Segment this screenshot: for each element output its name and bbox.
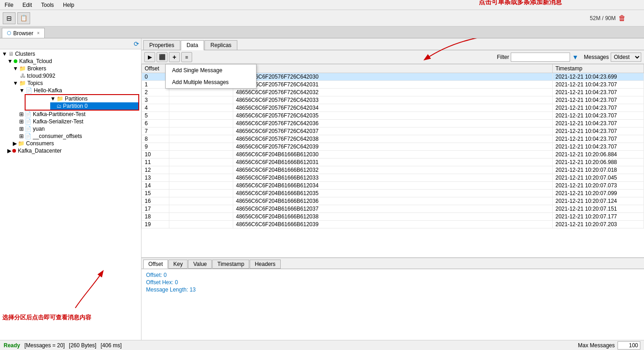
cell-value: 48656C6C6F204B61666B612034	[233, 182, 553, 190]
table-row[interactable]: 248656C6C6F20576F726C6420322021-12-21 10…	[142, 89, 644, 96]
tree-item-consumers[interactable]: ▶ 📁 Consumers	[0, 140, 141, 147]
cell-offset: 14	[142, 182, 169, 190]
dot-green-tcloud	[14, 59, 17, 63]
tree-item-partitions[interactable]: ▼ 📁 Partitions	[50, 95, 138, 102]
col-header-timestamp: Timestamp	[553, 64, 644, 73]
tree: ▼ 🖥 Clusters ▼ Kafka_Tcloud ▼ 📁 Brokers …	[0, 49, 141, 340]
tree-item-brokers[interactable]: ▼ 📁 Brokers	[0, 65, 141, 72]
dot-red-datacenter	[12, 149, 16, 153]
partition0-label: Partition 0	[63, 103, 88, 109]
table-view-button[interactable]: ≡	[181, 52, 192, 62]
kafka-serializer-icon: 📄	[25, 118, 31, 125]
detail-tab-timestamp[interactable]: Timestamp	[212, 260, 249, 269]
cell-timestamp: 2021-12-21 10:20:06.884	[553, 151, 644, 159]
tree-item-kafka-partitioner[interactable]: ⊞ 📄 Kafka-Partitioner-Test	[0, 111, 141, 118]
cell-offset: 9	[142, 143, 169, 151]
tab-data[interactable]: Data	[181, 40, 204, 50]
tab-properties[interactable]: Properties	[143, 40, 180, 50]
tab-replicas[interactable]: Replicas	[204, 40, 237, 50]
cell-offset: 12	[142, 166, 169, 174]
brokers-folder-icon: 📁	[19, 65, 26, 72]
tree-item-kafka-datacenter[interactable]: ▶ Kafka_Datacenter	[0, 147, 141, 154]
cell-value: 48656C6C6F20576F726C642035	[233, 112, 553, 120]
filter-arrow-icon[interactable]: ▼	[572, 53, 578, 61]
toolbar: ⊟ 📋 52M / 90M 🗑 点击可单条或多条添加新消息	[0, 10, 644, 27]
tree-item-partitions-wrapper: ▼ 📁 Partitions 🗂 Partition 0	[25, 94, 139, 111]
add-message-button[interactable]: +	[169, 52, 180, 62]
left-panel: ⟳ ▼ 🖥 Clusters ▼ Kafka_Tcloud ▼ 📁 Broker…	[0, 38, 141, 340]
add-single-message-item[interactable]: Add Single Message	[166, 64, 256, 76]
table-row[interactable]: 648656C6C6F20576F726C6420362021-12-21 10…	[142, 120, 644, 127]
add-multiple-messages-item[interactable]: Add Multiple Messages	[166, 76, 256, 88]
messages-label: Messages	[584, 54, 609, 60]
cell-offset: 19	[142, 221, 169, 228]
toolbar-btn-2[interactable]: 📋	[17, 12, 30, 24]
refresh-icon[interactable]: ⟳	[134, 40, 139, 48]
consumer-offsets-icon: 📄	[25, 133, 31, 139]
cell-value: 48656C6C6F204B61666B612032	[233, 166, 553, 174]
tree-item-consumer-offsets[interactable]: ⊞ 📄 __consumer_offsets	[0, 133, 141, 140]
detail-tab-headers[interactable]: Headers	[250, 260, 280, 269]
table-row[interactable]: 748656C6C6F20576F726C6420372021-12-21 10…	[142, 127, 644, 135]
cell-key	[169, 135, 233, 143]
table-row[interactable]: 1648656C6C6F204B61666B6120362021-12-21 1…	[142, 197, 644, 205]
tree-item-yuan[interactable]: ⊞ 📄 yuan	[0, 125, 141, 133]
cell-key	[169, 190, 233, 197]
tree-item-clusters[interactable]: ▼ 🖥 Clusters	[0, 50, 141, 58]
tree-item-partition0[interactable]: 🗂 Partition 0	[50, 102, 138, 110]
detail-tab-key[interactable]: Key	[168, 260, 188, 269]
detail-tab-value[interactable]: Value	[188, 260, 212, 269]
detail-tab-offset[interactable]: Offset	[143, 260, 168, 269]
detail-message-length: Message Length: 13	[146, 286, 639, 293]
topics-label: Topics	[27, 80, 43, 86]
table-row[interactable]: 848656C6C6F20576F726C6420382021-12-21 10…	[142, 135, 644, 143]
cell-value: 48656C6C6F204B61666B612030	[233, 151, 553, 159]
table-row[interactable]: 548656C6C6F20576F726C6420352021-12-21 10…	[142, 112, 644, 120]
table-row[interactable]: 1948656C6C6F204B61666B6120392021-12-21 1…	[142, 221, 644, 228]
table-row[interactable]: 448656C6C6F20576F726C6420342021-12-21 10…	[142, 104, 644, 112]
cell-offset: 3	[142, 96, 169, 104]
cell-key	[169, 213, 233, 221]
tab-close-button[interactable]: ×	[37, 31, 40, 36]
tree-item-kafka-serializer[interactable]: ⊞ 📄 Kafka-Serializer-Test	[0, 118, 141, 125]
table-row[interactable]: 348656C6C6F20576F726C6420332021-12-21 10…	[142, 96, 644, 104]
table-row[interactable]: 1448656C6C6F204B61666B6120342021-12-21 1…	[142, 182, 644, 190]
cell-timestamp: 2021-12-21 10:20:07.073	[553, 182, 644, 190]
browser-tab[interactable]: ⬡ Browser ×	[2, 28, 45, 38]
toolbar-btn-1[interactable]: ⊟	[3, 12, 16, 24]
kafka-partitioner-icon: 📄	[25, 111, 31, 117]
cell-timestamp: 2021-12-21 10:20:07.177	[553, 213, 644, 221]
tab-label: Browser	[13, 30, 33, 37]
table-row[interactable]: 948656C6C6F20576F726C6420392021-12-21 10…	[142, 143, 644, 151]
cell-value: 48656C6C6F20576F726C642038	[233, 135, 553, 143]
cell-value: 48656C6C6F204B61666B612033	[233, 174, 553, 182]
table-row[interactable]: 1148656C6C6F204B61666B6120312021-12-21 1…	[142, 159, 644, 166]
messages-select[interactable]: Oldest Newest	[611, 53, 641, 62]
tree-item-kafka-tcloud[interactable]: ▼ Kafka_Tcloud	[0, 58, 141, 65]
cell-offset: 7	[142, 127, 169, 135]
tree-item-topics[interactable]: ▼ 📁 Topics	[0, 80, 141, 87]
stop-button[interactable]: ⬛	[157, 52, 168, 62]
filter-input[interactable]	[511, 53, 570, 62]
menu-help[interactable]: Help	[58, 1, 79, 9]
cell-offset: 6	[142, 120, 169, 127]
menu-file[interactable]: File	[0, 1, 18, 9]
cell-value: 48656C6C6F204B61666B612039	[233, 221, 553, 228]
data-table: Offset Key Value Timestamp 048656C6C6F20…	[141, 64, 644, 228]
tree-item-hello-kafka[interactable]: ▼ 📄 Hello-Kafka	[0, 87, 141, 94]
play-button[interactable]: ▶	[144, 52, 155, 62]
cell-offset: 11	[142, 159, 169, 166]
table-row[interactable]: 1548656C6C6F204B61666B6120352021-12-21 1…	[142, 190, 644, 197]
menu-edit[interactable]: Edit	[18, 1, 37, 9]
tree-item-tcloud9092[interactable]: 🖧 tcloud:9092	[0, 72, 141, 80]
table-row[interactable]: 1048656C6C6F204B61666B6120302021-12-21 1…	[142, 151, 644, 159]
max-messages-input[interactable]	[618, 341, 640, 350]
trash-icon[interactable]: 🗑	[618, 14, 626, 22]
cell-timestamp: 2021-12-21 10:20:07.151	[553, 205, 644, 213]
left-panel-toolbar: ⟳	[0, 38, 141, 49]
table-row[interactable]: 1348656C6C6F204B61666B6120332021-12-21 1…	[142, 174, 644, 182]
table-row[interactable]: 1248656C6C6F204B61666B6120322021-12-21 1…	[142, 166, 644, 174]
table-row[interactable]: 1748656C6C6F204B61666B6120372021-12-21 1…	[142, 205, 644, 213]
table-row[interactable]: 1848656C6C6F204B61666B6120382021-12-21 1…	[142, 213, 644, 221]
menu-tools[interactable]: Tools	[37, 1, 58, 9]
